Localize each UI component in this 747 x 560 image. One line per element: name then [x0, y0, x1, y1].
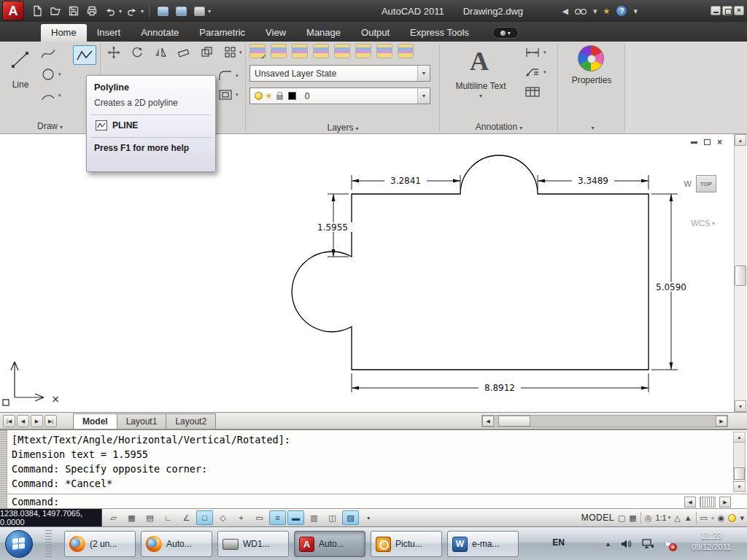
drawn-polyline-shape[interactable] — [292, 155, 649, 370]
qat-customize-icon[interactable]: ▾ — [208, 8, 211, 15]
exchange-icon[interactable]: ★ — [603, 7, 611, 16]
command-prompt[interactable]: Command: — [12, 496, 59, 508]
drawing-area[interactable]: 3.2841 3.3489 1.5955 5.0590 8.8912 × × — [0, 134, 747, 412]
leader-dropdown-icon[interactable]: ▾ — [543, 69, 546, 75]
language-indicator[interactable]: EN — [552, 537, 565, 548]
cleanscreen-chevron-icon[interactable]: ▾ — [740, 513, 744, 523]
viewcube-top-face[interactable]: TOP — [696, 175, 716, 192]
tab-layout1[interactable]: Layout1 — [117, 413, 167, 429]
settings-gear-icon[interactable]: ◉ — [718, 513, 725, 523]
toggle-ortho[interactable]: ∟ — [160, 510, 177, 525]
annotation-visibility-icon[interactable]: ◎ — [645, 513, 652, 523]
scroll-up-icon[interactable]: ▲ — [734, 432, 745, 443]
chevron-down-icon[interactable]: ▾ — [417, 88, 430, 104]
array-dropdown-icon[interactable]: ▾ — [239, 50, 242, 55]
splitter-grip[interactable] — [700, 497, 716, 508]
action-center-icon[interactable]: ⚑ — [664, 538, 674, 550]
draw-panel-footer[interactable]: Draw▾ — [0, 120, 100, 133]
layers-panel-footer[interactable]: Layers▾ — [247, 121, 439, 134]
help-dropdown-icon[interactable]: ▾ — [633, 7, 638, 16]
model-space-label[interactable]: MODEL — [581, 513, 614, 523]
offset-icon[interactable] — [217, 88, 233, 101]
drawing-close-icon[interactable]: × — [717, 139, 722, 146]
multiline-text-button[interactable]: A — [452, 43, 506, 79]
spline-icon[interactable] — [39, 44, 57, 62]
circle-dropdown-icon[interactable]: ▾ — [58, 71, 61, 77]
tab-manage[interactable]: Manage — [296, 24, 351, 42]
help-icon[interactable] — [616, 5, 627, 17]
polyline-tool-button[interactable] — [73, 45, 96, 65]
toggle-infer-constraints[interactable]: ▱ — [105, 510, 122, 525]
toggle-ducs[interactable]: ▭ — [251, 510, 268, 525]
toggle-lwt[interactable]: ▬ — [287, 510, 304, 525]
properties-panel-footer[interactable]: ▾ — [559, 120, 624, 133]
layer-on-icon[interactable] — [255, 92, 263, 100]
layer-properties-icon[interactable]: ✓ — [249, 44, 266, 58]
multiline-text-label[interactable]: Multiline Text — [441, 81, 521, 91]
new-file-icon[interactable] — [29, 3, 45, 19]
fillet-dropdown-icon[interactable]: ▾ — [236, 73, 239, 79]
chevron-down-icon[interactable]: ▾ — [417, 66, 430, 81]
quick-view-drawings-icon[interactable]: ▦ — [629, 513, 636, 523]
search-icon[interactable] — [574, 6, 587, 16]
arc-dropdown-icon[interactable]: ▾ — [58, 93, 61, 98]
workspace-icon[interactable] — [155, 3, 171, 19]
drawing-restore-icon[interactable] — [704, 139, 711, 145]
circle-icon[interactable] — [39, 66, 57, 83]
isolate-objects-bulb-icon[interactable] — [728, 514, 736, 522]
viewcube-west-label[interactable]: W — [684, 179, 692, 188]
horizontal-scrollbar[interactable]: ◀ ▶ — [481, 415, 728, 427]
sheet-set-icon[interactable] — [173, 3, 189, 19]
erase-icon[interactable] — [177, 45, 191, 60]
save-icon[interactable] — [66, 3, 82, 19]
tab-express-tools[interactable]: Express Tools — [400, 24, 479, 42]
redo-dropdown-icon[interactable]: ▾ — [141, 8, 144, 15]
tab-output[interactable]: Output — [351, 24, 400, 42]
network-icon[interactable] — [642, 539, 654, 549]
layer-state-combobox[interactable]: Unsaved Layer State ▾ — [249, 65, 430, 82]
start-button[interactable] — [5, 530, 33, 558]
minimize-button[interactable] — [711, 6, 721, 15]
tab-insert[interactable]: Insert — [87, 24, 131, 42]
application-menu-button[interactable] — [2, 1, 24, 20]
tab-model[interactable]: Model — [73, 413, 117, 429]
volume-icon[interactable] — [621, 539, 632, 549]
toggle-annotation-monitor[interactable]: ▪ — [360, 510, 377, 525]
arc-icon[interactable] — [39, 87, 57, 104]
redo-icon[interactable] — [124, 3, 140, 19]
layer-match-icon[interactable] — [355, 44, 371, 58]
toggle-dyn[interactable]: ≡ — [269, 510, 286, 525]
move-icon[interactable] — [107, 45, 121, 60]
scroll-up-icon[interactable]: ▲ — [735, 134, 746, 146]
taskbar-button-firefox-1[interactable]: (2 un... — [64, 531, 136, 557]
toggle-osnap[interactable]: □ — [196, 510, 213, 525]
scroll-right-icon[interactable]: ▶ — [719, 497, 731, 508]
scroll-right-icon[interactable]: ▶ — [716, 416, 727, 427]
first-tab-icon[interactable]: |◀ — [3, 415, 15, 427]
layer-state-icon[interactable] — [398, 44, 414, 58]
scrollbar-thumb[interactable] — [498, 416, 530, 427]
previous-tab-icon[interactable]: ◀ — [17, 415, 29, 427]
annotation-scale-control[interactable]: 1:1 ▾ — [655, 513, 670, 522]
toggle-transparency[interactable]: ▥ — [306, 510, 322, 525]
autoscale-icon[interactable]: △ — [674, 513, 680, 523]
layer-previous-icon[interactable] — [376, 44, 392, 58]
layer-lock-icon[interactable] — [334, 44, 350, 58]
scroll-left-icon[interactable]: ◀ — [482, 416, 494, 427]
tab-view[interactable]: View — [255, 24, 296, 42]
quick-view-layouts-icon[interactable]: ▢ — [618, 513, 625, 523]
close-button[interactable] — [734, 6, 744, 15]
annotation-auto-icon[interactable]: ▲ — [684, 513, 692, 522]
viewcube[interactable]: W TOP — [684, 175, 716, 192]
tab-layout2[interactable]: Layout2 — [166, 413, 216, 429]
taskbar-button-email[interactable]: e-ma... — [447, 531, 519, 557]
vertical-scrollbar[interactable]: ▲ ▼ — [734, 134, 746, 412]
dimension-dropdown-icon[interactable]: ▾ — [543, 50, 546, 55]
drawing-minimize-icon[interactable] — [691, 141, 697, 144]
toggle-otrack[interactable]: + — [233, 510, 249, 525]
offset-dropdown-icon[interactable]: ▾ — [236, 92, 239, 98]
properties-palette-icon[interactable] — [191, 3, 207, 19]
color-wheel-icon[interactable] — [578, 45, 604, 71]
toggle-polar[interactable]: ∠ — [178, 510, 195, 525]
command-scrollbar[interactable]: ▲ ▼ — [733, 432, 746, 492]
